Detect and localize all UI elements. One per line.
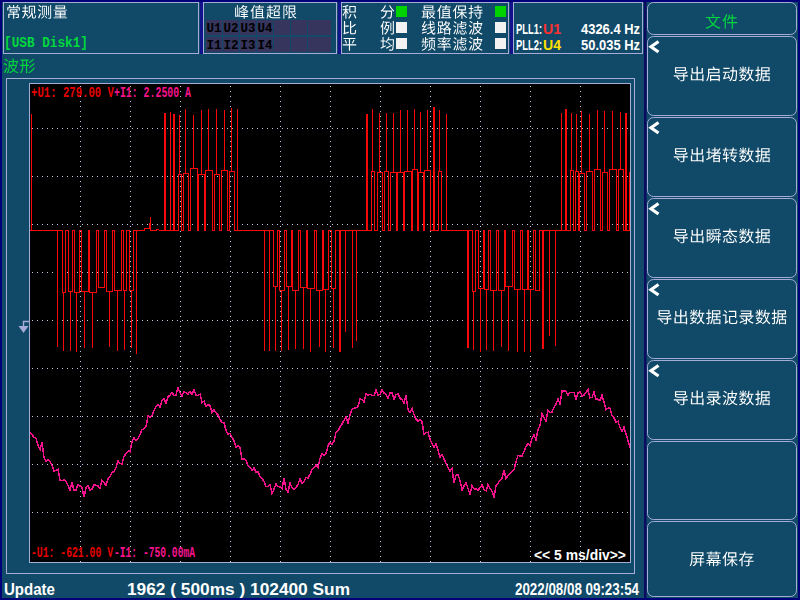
svg-text:-I1: -750.00mA: -I1: -750.00mA [114,545,195,561]
svg-text:I1: I1 [207,38,222,53]
svg-text:U2: U2 [224,21,239,36]
svg-text:-U1: -621.00 V: -U1: -621.00 V [31,545,113,561]
svg-text:1962 ( 500ms ) 102400 Sum: 1962 ( 500ms ) 102400 Sum [127,581,350,598]
svg-text:Update: Update [4,581,55,598]
svg-text:+I1: 2.2500 A: +I1: 2.2500 A [114,85,191,101]
svg-text:I2: I2 [224,38,239,53]
svg-text:U4: U4 [543,37,561,53]
svg-text:[USB Disk1]: [USB Disk1] [4,35,88,51]
svg-text:PLL2:: PLL2: [516,37,542,53]
svg-text:U1: U1 [207,21,222,36]
svg-text:+U1: 279.00 V: +U1: 279.00 V [31,85,114,101]
svg-text:2022/08/08 09:23:54: 2022/08/08 09:23:54 [515,581,639,598]
svg-text:U3: U3 [241,21,256,36]
svg-text:PLL1:: PLL1: [516,21,542,37]
svg-text:4326.4 Hz: 4326.4 Hz [581,21,640,37]
svg-text:50.035 Hz: 50.035 Hz [581,37,640,53]
svg-text:<< 5 ms/div>>: << 5 ms/div>> [534,547,626,563]
svg-text:U4: U4 [258,21,273,36]
svg-text:I3: I3 [241,38,256,53]
svg-text:U1: U1 [543,21,561,37]
svg-text:I4: I4 [258,38,273,53]
